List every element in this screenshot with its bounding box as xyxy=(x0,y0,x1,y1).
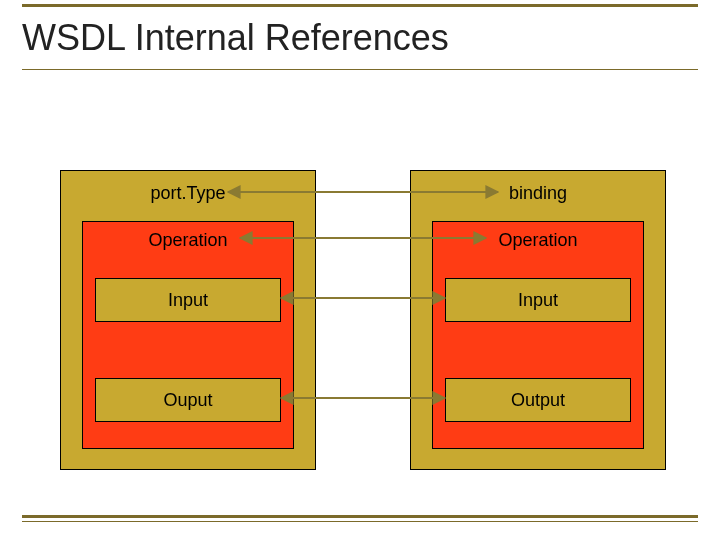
output-box-left: Ouput xyxy=(95,378,281,422)
binding-box: binding Operation Input Output xyxy=(410,170,666,470)
output-box-right: Output xyxy=(445,378,631,422)
porttype-box: port.Type Operation Input Ouput xyxy=(60,170,316,470)
binding-label: binding xyxy=(411,171,665,204)
operation-box-left: Operation Input Ouput xyxy=(82,221,294,449)
porttype-label: port.Type xyxy=(61,171,315,204)
diagram-stage: port.Type Operation Input Ouput binding … xyxy=(0,0,720,540)
footer-rule-top xyxy=(22,515,698,518)
operation-label-right: Operation xyxy=(433,222,643,251)
operation-label-left: Operation xyxy=(83,222,293,251)
footer-rule-bottom xyxy=(22,521,698,522)
input-box-left: Input xyxy=(95,278,281,322)
operation-box-right: Operation Input Output xyxy=(432,221,644,449)
input-box-right: Input xyxy=(445,278,631,322)
